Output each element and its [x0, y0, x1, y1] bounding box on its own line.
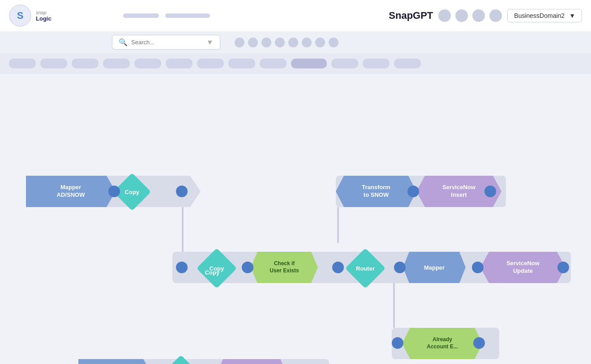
- mapper2-label: Mapper: [424, 264, 445, 271]
- snapgpt-label: SnapGPT: [389, 10, 433, 21]
- snaplogic-logo: S: [9, 4, 31, 27]
- search-icon: 🔍: [119, 38, 128, 47]
- chevron-down-icon: ▼: [569, 12, 575, 19]
- toolbar-pill-active[interactable]: [291, 59, 327, 68]
- copy2-label: Copy: [205, 269, 220, 276]
- dot4: [489, 9, 502, 22]
- toolbar-pill3[interactable]: [72, 59, 98, 68]
- header-middle: 🔍 ▼: [0, 31, 591, 53]
- toolbar-pill5[interactable]: [134, 59, 161, 68]
- connector-5: [176, 262, 188, 273]
- tab1[interactable]: [123, 13, 159, 18]
- toolbar-pill13[interactable]: [394, 59, 421, 68]
- mapper2-node[interactable]: Mapper: [403, 252, 466, 283]
- mapper2-container[interactable]: Mapper: [403, 252, 466, 283]
- header: S snap Logic SnapGPT BusinessD: [0, 0, 591, 74]
- toolbar-pill8[interactable]: [228, 59, 255, 68]
- sn-update-node[interactable]: ServiceNowUpdate: [480, 252, 565, 283]
- sn-update-container[interactable]: ServiceNowUpdate: [480, 252, 565, 283]
- already-account-label: AlreadyAccount E...: [427, 336, 458, 350]
- toolbar-pill12[interactable]: [363, 59, 390, 68]
- vline-1-2: [337, 207, 339, 243]
- dot1: [438, 9, 451, 22]
- mini-dot4: [275, 38, 285, 47]
- already-account-container[interactable]: AlreadyAccount E...: [402, 328, 483, 359]
- transform-snow-container[interactable]: Transformto SNOW: [336, 176, 416, 207]
- mini-dot5: [288, 38, 298, 47]
- connector-11-right: [473, 337, 485, 349]
- check-user-node[interactable]: Check ifUser Exists: [251, 252, 318, 283]
- connector-8: [394, 262, 406, 273]
- mini-dot6: [302, 38, 312, 47]
- connector-11-left: [392, 337, 403, 349]
- vline-router-row4: [393, 283, 395, 328]
- search-bar[interactable]: 🔍 ▼: [112, 35, 220, 50]
- toolbar-pill6[interactable]: [166, 59, 193, 68]
- check-user-container[interactable]: Check ifUser Exists: [251, 252, 318, 283]
- connector-7: [332, 262, 344, 273]
- sn-insert-label: ServiceNowInsert: [442, 184, 475, 199]
- connector-9: [472, 262, 484, 273]
- connector-4: [484, 186, 496, 197]
- dot3: [472, 9, 485, 22]
- copy1-label: Copy: [125, 189, 140, 195]
- transform-snow-label: Transformto SNOW: [362, 184, 390, 199]
- tab2[interactable]: [165, 13, 210, 18]
- pipeline-canvas: MapperAD/SNOW Copy Transformto SNOW Serv…: [0, 74, 591, 364]
- mini-dot1: [235, 38, 244, 47]
- toolbar-pill2[interactable]: [40, 59, 67, 68]
- mini-dot3: [261, 38, 271, 47]
- mini-dot8: [329, 38, 338, 47]
- connector-2: [176, 186, 188, 197]
- already-account-node[interactable]: AlreadyAccount E...: [402, 328, 483, 359]
- mapper-ad-snow-container[interactable]: MapperAD/SNOW: [26, 176, 116, 207]
- mini-dot7: [315, 38, 325, 47]
- mapper-sfdc-node[interactable]: MapperSFDC: [78, 359, 152, 364]
- sf-create-container[interactable]: SalesforceCreate: [216, 359, 287, 364]
- toolbar-pill11[interactable]: [331, 59, 358, 68]
- toolbar-pill1[interactable]: [9, 59, 36, 68]
- header-bottom: [0, 53, 591, 73]
- connector-6: [242, 262, 253, 273]
- connector-10: [557, 262, 569, 273]
- dot2: [455, 9, 468, 22]
- connector-1: [108, 186, 120, 197]
- mapper-ad-snow-label: MapperAD/SNOW: [57, 184, 85, 199]
- vline-copy-row3: [182, 207, 184, 252]
- mapper-sfdc-container[interactable]: MapperSFDC: [78, 359, 152, 364]
- check-user-label: Check ifUser Exists: [270, 260, 299, 274]
- toolbar-pill9[interactable]: [260, 59, 287, 68]
- search-input[interactable]: [131, 39, 203, 46]
- toolbar-pill4[interactable]: [103, 59, 130, 68]
- svg-text:S: S: [17, 10, 24, 21]
- mini-dots: [235, 38, 338, 47]
- domain-label: BusinessDomain2: [514, 12, 565, 19]
- chevron-down-icon: ▼: [206, 38, 214, 47]
- mini-dot2: [248, 38, 258, 47]
- toolbar-pill7[interactable]: [197, 59, 224, 68]
- sn-update-label: ServiceNowUpdate: [506, 260, 540, 275]
- header-dots: [438, 9, 502, 22]
- header-top: S snap Logic SnapGPT BusinessD: [0, 0, 591, 31]
- sf-create-node[interactable]: SalesforceCreate: [216, 359, 287, 364]
- transform-snow-node[interactable]: Transformto SNOW: [336, 176, 416, 207]
- domain-selector[interactable]: BusinessDomain2 ▼: [507, 9, 582, 22]
- mapper-ad-snow-node[interactable]: MapperAD/SNOW: [26, 176, 116, 207]
- connector-3: [407, 186, 419, 197]
- snap-gpt-area: SnapGPT BusinessDomain2 ▼: [389, 9, 582, 22]
- logo-area: S snap Logic: [9, 4, 51, 27]
